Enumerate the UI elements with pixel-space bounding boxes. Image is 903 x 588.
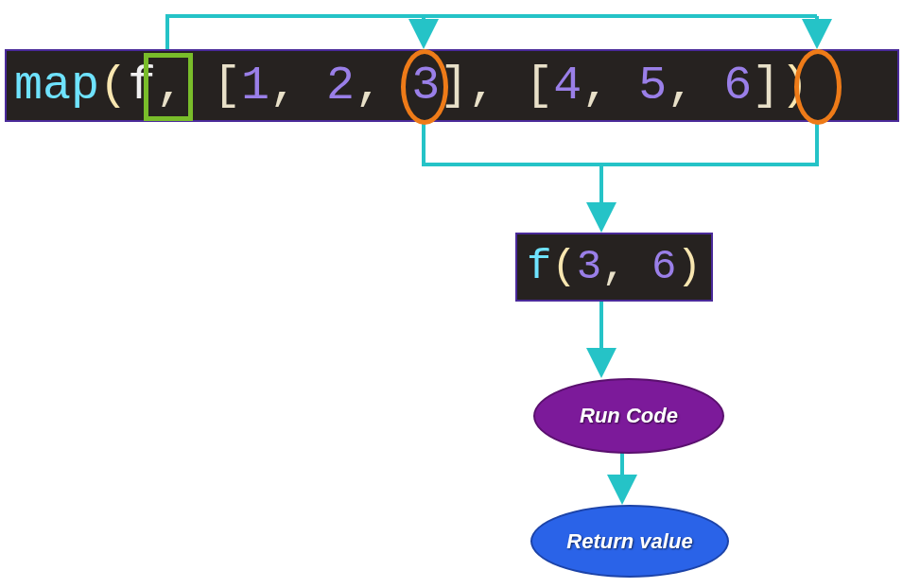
- num-3: 3: [411, 59, 440, 112]
- apply-sep: ,: [601, 243, 651, 290]
- comma-4: ,: [667, 59, 723, 112]
- num-1: 1: [241, 59, 269, 112]
- apply-close-paren: ): [676, 243, 701, 290]
- map-call-code: map(f, [1, 2, 3], [4, 5, 6]): [5, 49, 899, 122]
- apply-f-token: f: [527, 243, 551, 290]
- apply-arg-b: 6: [651, 243, 676, 290]
- num-2: 2: [326, 59, 355, 112]
- comma-3: ,: [582, 59, 638, 112]
- diagram-stage: map(f, [1, 2, 3], [4, 5, 6]) f(3, 6) Run…: [0, 0, 903, 588]
- close-bracket-1: ]: [440, 59, 468, 112]
- apply-arg-a: 3: [577, 243, 601, 290]
- sep1: ,: [156, 59, 213, 112]
- map-fn-token: map: [14, 59, 99, 112]
- run-code-label: Run Code: [580, 404, 678, 428]
- sep2: ,: [468, 59, 525, 112]
- comma-1: ,: [269, 59, 326, 112]
- run-code-oval: Run Code: [533, 378, 724, 454]
- num-6: 6: [723, 59, 752, 112]
- open-bracket-1: [: [213, 59, 241, 112]
- apply-open-paren: (: [551, 243, 576, 290]
- close-bracket-2: ]: [752, 59, 780, 112]
- return-value-label: Return value: [566, 529, 692, 554]
- return-value-oval: Return value: [530, 505, 729, 578]
- close-paren: ): [780, 59, 808, 112]
- num-4: 4: [553, 59, 582, 112]
- apply-call-code: f(3, 6): [515, 233, 713, 302]
- num-5: 5: [638, 59, 667, 112]
- open-bracket-2: [: [525, 59, 553, 112]
- open-paren: (: [99, 59, 128, 112]
- f-token: f: [128, 59, 156, 112]
- comma-2: ,: [355, 59, 411, 112]
